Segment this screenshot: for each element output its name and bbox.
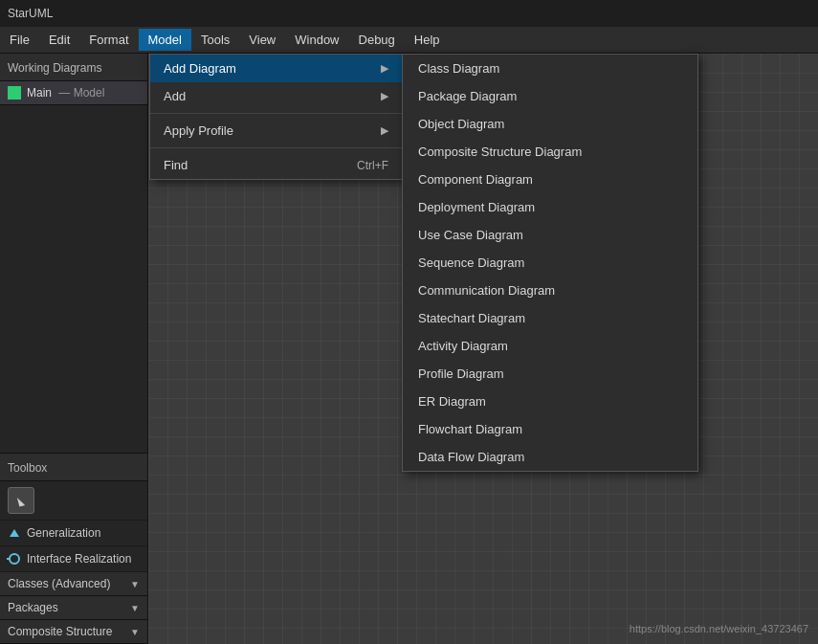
menu-file[interactable]: File xyxy=(0,29,39,51)
section-classes-advanced[interactable]: Classes (Advanced) ▼ xyxy=(0,572,147,596)
submenu-class-diagram[interactable]: Class Diagram xyxy=(403,55,697,82)
section-composite-structure[interactable]: Composite Structure ▼ xyxy=(0,620,147,644)
cursor-arrow-icon xyxy=(17,496,25,506)
title-bar: StarUML xyxy=(0,0,818,27)
menu-format[interactable]: Format xyxy=(79,29,138,51)
interface-realization-label: Interface Realization xyxy=(27,552,131,566)
menu-view[interactable]: View xyxy=(239,29,285,51)
sidebar-bottom: Toolbox Generalization Interface Reali xyxy=(0,105,147,644)
menu-item-add-diagram[interactable]: Add Diagram ▶ xyxy=(150,55,402,82)
menu-item-add[interactable]: Add ▶ xyxy=(150,82,402,110)
working-diagrams-label: Working Diagrams xyxy=(0,54,147,81)
toolbox-top-area xyxy=(0,105,147,148)
submenu-statechart-diagram[interactable]: Statechart Diagram xyxy=(403,304,697,332)
sidebar: Working Diagrams Main — Model Toolbox xyxy=(0,54,148,644)
menu-edit[interactable]: Edit xyxy=(39,29,79,51)
menu-item-apply-profile[interactable]: Apply Profile ▶ xyxy=(150,117,402,144)
submenu-flowchart-diagram[interactable]: Flowchart Diagram xyxy=(403,415,697,443)
add-diagram-submenu: Class Diagram Package Diagram Object Dia… xyxy=(402,54,698,472)
submenu-object-diagram[interactable]: Object Diagram xyxy=(403,110,697,138)
chevron-down-icon: ▼ xyxy=(130,627,140,637)
submenu-data-flow-diagram[interactable]: Data Flow Diagram xyxy=(403,443,697,471)
menu-separator-2 xyxy=(150,147,402,148)
generalization-label: Generalization xyxy=(27,526,100,540)
generalization-icon xyxy=(8,526,21,540)
chevron-down-icon: ▼ xyxy=(130,603,140,613)
main-model-label: Main — Model xyxy=(27,86,104,100)
app-title: StarUML xyxy=(8,7,53,20)
menu-bar: File Edit Format Model Tools View Window… xyxy=(0,27,818,54)
menu-window[interactable]: Window xyxy=(285,29,348,51)
menu-tools[interactable]: Tools xyxy=(191,29,239,51)
toolbox-label: Toolbox xyxy=(0,453,147,481)
submenu-package-diagram[interactable]: Package Diagram xyxy=(403,82,697,110)
submenu-composite-structure-diagram[interactable]: Composite Structure Diagram xyxy=(403,138,697,166)
submenu-er-diagram[interactable]: ER Diagram xyxy=(403,388,697,415)
submenu-arrow-icon: ▶ xyxy=(381,124,388,137)
menu-separator xyxy=(150,113,402,114)
chevron-down-icon: ▼ xyxy=(130,579,140,589)
submenu-communication-diagram[interactable]: Communication Diagram xyxy=(403,277,697,304)
submenu-activity-diagram[interactable]: Activity Diagram xyxy=(403,332,697,360)
menu-item-find[interactable]: Find Ctrl+F xyxy=(150,151,402,179)
model-icon xyxy=(8,86,21,100)
submenu-sequence-diagram[interactable]: Sequence Diagram xyxy=(403,249,697,277)
cursor-tool-button[interactable] xyxy=(8,487,34,514)
menu-model[interactable]: Model xyxy=(139,29,191,51)
section-packages[interactable]: Packages ▼ xyxy=(0,596,147,620)
submenu-deployment-diagram[interactable]: Deployment Diagram xyxy=(403,193,697,221)
menu-debug[interactable]: Debug xyxy=(349,29,405,51)
submenu-profile-diagram[interactable]: Profile Diagram xyxy=(403,360,697,388)
main-model-item[interactable]: Main — Model xyxy=(0,81,147,105)
submenu-use-case-diagram[interactable]: Use Case Diagram xyxy=(403,221,697,249)
interface-realization-icon xyxy=(8,552,21,566)
submenu-component-diagram[interactable]: Component Diagram xyxy=(403,166,697,193)
watermark: https://blog.csdn.net/weixin_43723467 xyxy=(630,623,808,634)
toolbox-item-generalization[interactable]: Generalization xyxy=(0,521,147,546)
toolbox-cursor-area xyxy=(0,481,147,521)
toolbox-item-interface-realization[interactable]: Interface Realization xyxy=(0,546,147,572)
model-menu-dropdown: Add Diagram ▶ Add ▶ Apply Profile ▶ Find… xyxy=(149,54,403,180)
menu-help[interactable]: Help xyxy=(405,29,450,51)
submenu-arrow-icon: ▶ xyxy=(381,90,388,102)
submenu-arrow-icon: ▶ xyxy=(381,62,388,75)
